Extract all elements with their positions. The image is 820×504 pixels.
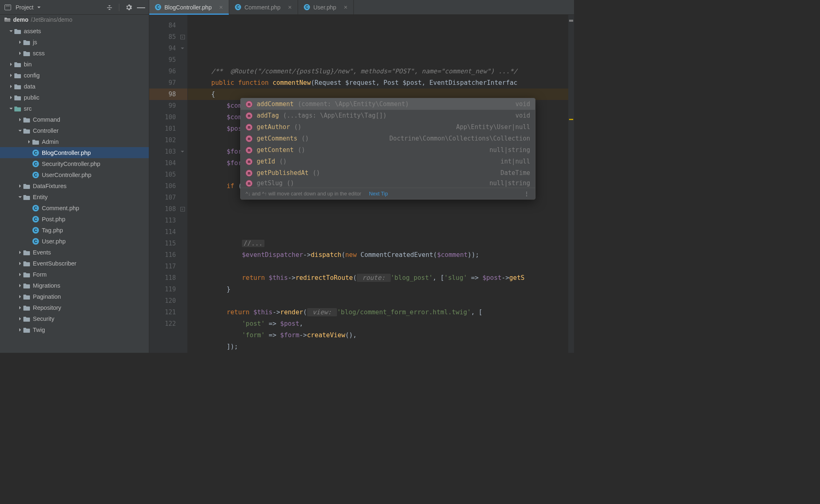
line-number[interactable]: 99: [149, 100, 176, 111]
tree-folder[interactable]: Admin: [0, 136, 149, 147]
fold-collapse-icon[interactable]: [180, 46, 185, 51]
line-number[interactable]: 96: [149, 66, 176, 77]
expand-arrow-icon[interactable]: [26, 161, 32, 167]
expand-arrow-icon[interactable]: [26, 216, 32, 222]
line-number[interactable]: 120: [149, 295, 176, 306]
completion-item[interactable]: mgetPublishedAt()DateTime: [241, 167, 535, 179]
project-tree[interactable]: assetsjsscssbinconfigdatapublicsrcComman…: [0, 25, 149, 353]
tree-folder[interactable]: bin: [0, 59, 149, 70]
fold-collapse-icon[interactable]: [180, 149, 185, 154]
completion-item[interactable]: mgetComments()Doctrine\Common\Collection…: [241, 133, 535, 144]
line-number[interactable]: 95: [149, 54, 176, 66]
tree-folder[interactable]: Twig: [0, 324, 149, 335]
code-line[interactable]: [196, 226, 574, 238]
tree-folder[interactable]: Migrations: [0, 280, 149, 291]
fold-expand-icon[interactable]: +: [180, 34, 185, 39]
line-number[interactable]: 98: [149, 89, 176, 100]
expand-arrow-icon[interactable]: [17, 117, 23, 123]
tree-folder[interactable]: public: [0, 92, 149, 103]
line-number[interactable]: 105: [149, 169, 176, 180]
completion-item[interactable]: mgetAuthor()App\Entity\User|null: [241, 121, 535, 133]
tree-folder[interactable]: Events: [0, 247, 149, 258]
more-options-icon[interactable]: ⋮: [524, 191, 530, 197]
editor[interactable]: 8485+94959697989910010110210310410510610…: [149, 15, 574, 353]
code-line[interactable]: //...: [196, 238, 574, 249]
code-line[interactable]: ]);: [196, 341, 574, 352]
expand-arrow-icon[interactable]: [26, 150, 32, 156]
expand-arrow-icon[interactable]: [17, 327, 23, 333]
code-line[interactable]: [196, 261, 574, 272]
line-number[interactable]: 118: [149, 272, 176, 284]
project-dropdown-icon[interactable]: [37, 5, 41, 9]
tree-folder[interactable]: config: [0, 70, 149, 81]
next-tip-link[interactable]: Next Tip: [369, 191, 388, 197]
tree-folder[interactable]: Form: [0, 269, 149, 280]
tree-file[interactable]: CComment.php: [0, 202, 149, 213]
line-number[interactable]: 122: [149, 318, 176, 329]
collapse-all-icon[interactable]: [105, 3, 114, 12]
breadcrumb[interactable]: demo /JetBrains/demo: [0, 15, 149, 25]
line-number[interactable]: 102: [149, 134, 176, 146]
gutter[interactable]: 8485+94959697989910010110210310410510610…: [149, 15, 188, 353]
line-number[interactable]: 117: [149, 261, 176, 272]
expand-arrow-icon[interactable]: [8, 106, 14, 111]
line-number[interactable]: 116: [149, 249, 176, 261]
line-number[interactable]: 84: [149, 20, 176, 31]
code-line[interactable]: /** @Route("/comment/{postSlug}/new", me…: [196, 66, 574, 77]
tree-folder[interactable]: Controller: [0, 125, 149, 136]
code-line[interactable]: return $this->redirectToRoute( route: 'b…: [196, 272, 574, 284]
tree-folder[interactable]: js: [0, 36, 149, 48]
expand-arrow-icon[interactable]: [17, 283, 23, 288]
tree-file[interactable]: CTag.php: [0, 225, 149, 236]
expand-arrow-icon[interactable]: [17, 294, 23, 300]
completion-item[interactable]: maddComment(comment: \App\Entity\Comment…: [241, 98, 535, 110]
code-line[interactable]: [196, 203, 574, 215]
line-number[interactable]: 106: [149, 180, 176, 192]
completion-item[interactable]: maddTag(...tags: \App\Entity\Tag[])void: [241, 110, 535, 121]
expand-arrow-icon[interactable]: [26, 139, 32, 145]
expand-arrow-icon[interactable]: [26, 205, 32, 211]
expand-arrow-icon[interactable]: [17, 316, 23, 322]
code-line[interactable]: 'post' => $post,: [196, 318, 574, 329]
line-number[interactable]: 107: [149, 192, 176, 203]
expand-arrow-icon[interactable]: [8, 84, 14, 89]
tree-folder[interactable]: EventSubscriber: [0, 258, 149, 269]
expand-arrow-icon[interactable]: [8, 61, 14, 67]
editor-tab[interactable]: CUser.php✕: [298, 0, 354, 14]
expand-arrow-icon[interactable]: [17, 194, 23, 200]
hide-panel-icon[interactable]: —: [137, 3, 146, 12]
close-icon[interactable]: ✕: [288, 5, 292, 10]
code-completion-popup[interactable]: maddComment(comment: \App\Entity\Comment…: [240, 98, 535, 200]
code-line[interactable]: [196, 54, 574, 66]
marker-stripe[interactable]: [568, 15, 574, 353]
editor-tab[interactable]: CComment.php✕: [229, 0, 298, 14]
fold-expand-icon[interactable]: +: [180, 207, 185, 211]
line-number[interactable]: 114: [149, 226, 176, 238]
code-line[interactable]: return $this->render( view: 'blog/commen…: [196, 306, 574, 318]
expand-arrow-icon[interactable]: [26, 238, 32, 244]
expand-arrow-icon[interactable]: [8, 95, 14, 100]
line-number[interactable]: 85+: [149, 31, 176, 43]
close-icon[interactable]: ✕: [344, 5, 348, 10]
code-line[interactable]: [196, 295, 574, 306]
tree-folder[interactable]: data: [0, 81, 149, 92]
code-line[interactable]: [196, 215, 574, 226]
tree-folder[interactable]: Repository: [0, 302, 149, 313]
completion-item[interactable]: mgetId()int|null: [241, 156, 535, 167]
expand-arrow-icon[interactable]: [17, 272, 23, 277]
line-number[interactable]: 94: [149, 43, 176, 54]
line-number[interactable]: 108+: [149, 203, 176, 215]
code-line[interactable]: $eventDispatcher->dispatch(new CommentCr…: [196, 249, 574, 261]
expand-arrow-icon[interactable]: [17, 305, 23, 311]
completion-item[interactable]: mgetSlug()null|string: [241, 179, 535, 188]
settings-gear-icon[interactable]: [124, 3, 133, 12]
code-line[interactable]: }: [196, 284, 574, 295]
line-number[interactable]: 121: [149, 306, 176, 318]
expand-arrow-icon[interactable]: [17, 50, 23, 56]
line-number[interactable]: 97: [149, 77, 176, 89]
project-view-icon[interactable]: [3, 3, 12, 12]
tree-folder[interactable]: Entity: [0, 191, 149, 202]
tree-folder[interactable]: Command: [0, 114, 149, 125]
tree-folder[interactable]: DataFixtures: [0, 180, 149, 191]
line-number[interactable]: 115: [149, 238, 176, 249]
